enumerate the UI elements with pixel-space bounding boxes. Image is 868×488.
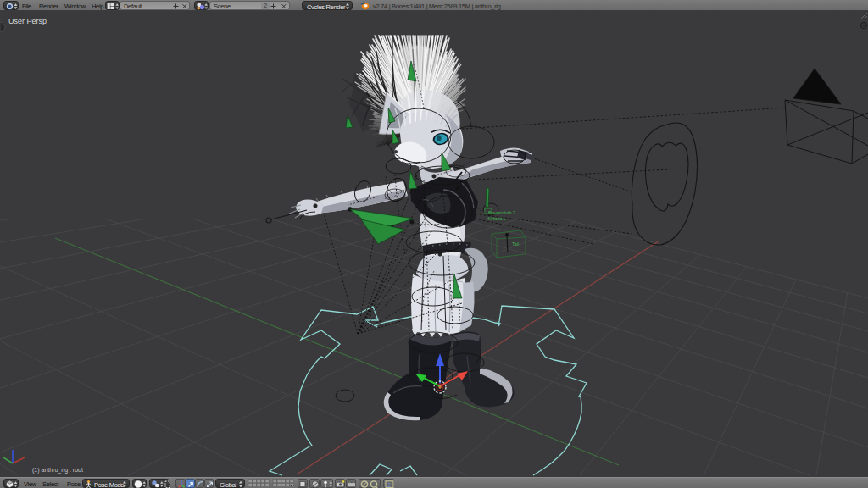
svg-text:Breastcloth.2: Breastcloth.2 [488,210,515,215]
svg-text:2: 2 [387,482,391,488]
svg-text:Tail: Tail [512,241,519,247]
svg-text:(1) anthro_rig : root: (1) anthro_rig : root [32,467,83,474]
svg-text:IKHand.L: IKHand.L [487,216,506,221]
svg-text:User Persp: User Persp [8,17,47,25]
